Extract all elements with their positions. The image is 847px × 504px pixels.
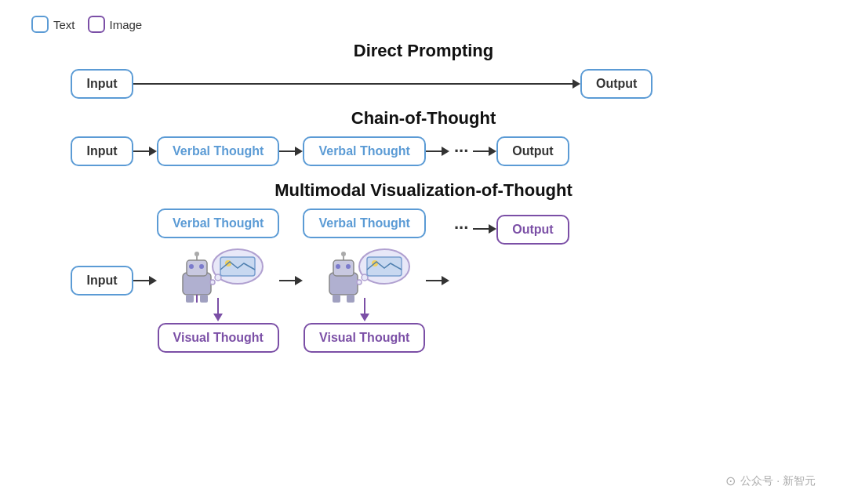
svg-point-20 — [341, 252, 346, 256]
cot-arrow4-head — [489, 147, 496, 156]
wechat-icon: ⊙ — [725, 473, 736, 488]
svg-point-18 — [346, 264, 351, 269]
mvot-arrow3-head — [442, 276, 449, 285]
mvot-title: Multimodal Visualization-of-Thought — [274, 180, 573, 201]
mvot-robot2-svg — [314, 243, 416, 306]
cot-arrow2-line — [279, 150, 295, 152]
svg-point-5 — [194, 252, 199, 256]
svg-marker-14 — [213, 314, 223, 321]
mvot-down-arrow1-svg — [210, 298, 226, 321]
mvot-robot1-area — [167, 243, 269, 321]
cot-dots: ··· — [449, 141, 473, 161]
mvot-robot2-area — [314, 243, 416, 321]
mvot-arrow4-head — [489, 224, 496, 234]
watermark: ⊙ 公众号 · 新智元 — [725, 473, 816, 488]
mvot-visual1-node: Visual Thought — [158, 323, 279, 353]
cot-arrow3-head — [442, 147, 449, 156]
section-direct-prompting: Direct Prompting Input Output — [24, 41, 823, 99]
cot-output-node: Output — [496, 136, 569, 166]
mvot-arrow1-head — [149, 276, 157, 285]
legend-text-box — [31, 16, 49, 33]
mvot-arrow2-line — [279, 280, 295, 281]
section-mvot: Multimodal Visualization-of-Thought Inpu… — [24, 180, 823, 353]
direct-prompting-title: Direct Prompting — [354, 41, 493, 61]
svg-rect-7 — [200, 295, 208, 303]
legend-image-label: Image — [110, 18, 143, 31]
cot-arrow2-head — [295, 147, 303, 156]
legend-image-box — [88, 16, 105, 33]
cot-arrow3 — [426, 147, 449, 156]
mvot-arrow1-line — [133, 280, 149, 281]
legend: Text Image — [31, 16, 823, 33]
cot-verbal2-node: Verbal Thought — [303, 136, 425, 166]
mvot-arrow4-line — [473, 228, 489, 230]
svg-point-2 — [189, 264, 194, 269]
mvot-arrow4 — [473, 224, 496, 234]
svg-point-25 — [357, 280, 362, 285]
dp-output-node: Output — [580, 69, 653, 99]
dp-arrow-line — [133, 83, 573, 85]
mvot-visual2-node: Visual Thought — [304, 323, 425, 353]
svg-rect-21 — [333, 295, 340, 303]
dp-arrow-head — [573, 79, 580, 89]
cot-arrow3-line — [426, 150, 442, 152]
svg-rect-22 — [347, 295, 354, 303]
mvot-wrapper: Input Verbal Thought — [71, 208, 776, 353]
mvot-verbal2-node: Verbal Thought — [303, 208, 425, 238]
svg-marker-29 — [360, 314, 369, 321]
mvot-arrow1 — [133, 276, 157, 285]
cot-title: Chain-of-Thought — [351, 108, 496, 129]
svg-point-10 — [210, 280, 215, 285]
mvot-top-flow: Input Verbal Thought — [71, 208, 776, 353]
main-container: Text Image Direct Prompting Input Output… — [0, 0, 847, 504]
direct-prompting-flow: Input Output — [71, 69, 776, 99]
mvot-input-node: Input — [71, 266, 133, 296]
mvot-dots: ··· — [449, 218, 473, 238]
mvot-arrow3-line — [426, 280, 442, 281]
mvot-arrow2 — [279, 276, 303, 285]
legend-text-label: Text — [53, 18, 75, 31]
dp-arrow — [133, 79, 580, 89]
cot-input-node: Input — [71, 136, 133, 166]
legend-text: Text — [31, 16, 75, 33]
legend-image: Image — [88, 16, 143, 33]
svg-point-17 — [336, 264, 340, 269]
mvot-arrow3 — [426, 276, 449, 285]
mvot-verbal2-col: Verbal Thought — [303, 208, 425, 353]
cot-arrow1-line — [133, 150, 149, 152]
watermark-text: 公众号 · 新智元 — [740, 474, 816, 488]
mvot-verbal1-node: Verbal Thought — [157, 208, 279, 238]
section-chain-of-thought: Chain-of-Thought Input Verbal Thought Ve… — [24, 108, 823, 166]
cot-arrow4 — [473, 147, 496, 156]
mvot-output-node: Output — [496, 215, 569, 245]
cot-verbal1-node: Verbal Thought — [157, 136, 279, 166]
cot-arrow1 — [133, 147, 157, 156]
svg-rect-6 — [186, 295, 194, 303]
mvot-robot1-svg — [167, 243, 269, 306]
cot-arrow2 — [279, 147, 303, 156]
cot-flow: Input Verbal Thought Verbal Thought ··· … — [71, 136, 776, 166]
svg-point-3 — [199, 264, 204, 269]
mvot-verbal1-col: Verbal Thought — [157, 208, 279, 353]
cot-arrow1-head — [149, 147, 157, 156]
mvot-down-arrow2-svg — [357, 298, 373, 321]
dp-input-node: Input — [71, 69, 133, 99]
mvot-arrow2-head — [295, 276, 303, 285]
cot-arrow4-line — [473, 150, 489, 152]
